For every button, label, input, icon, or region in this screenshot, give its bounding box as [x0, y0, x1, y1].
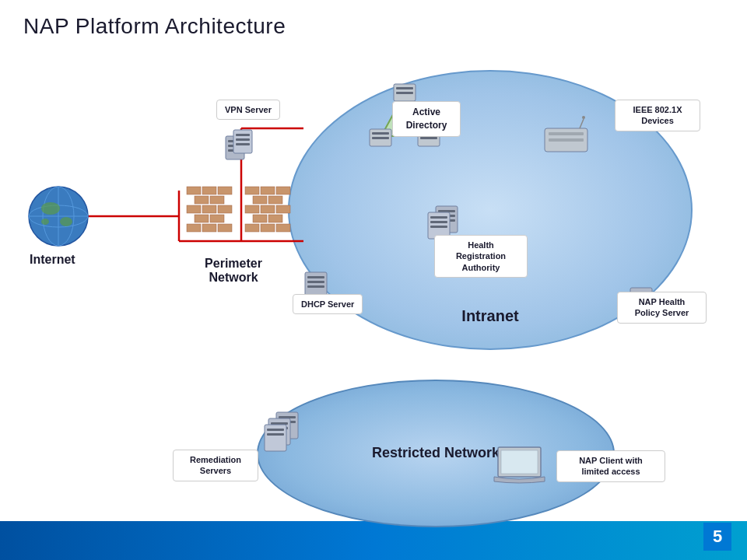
perimeter-network-label: Perimeter Network [179, 257, 288, 285]
svg-rect-21 [276, 187, 290, 194]
svg-rect-29 [245, 224, 259, 232]
svg-rect-43 [228, 149, 242, 152]
page-title: NAP Platform Architecture [0, 0, 747, 53]
svg-rect-23 [268, 196, 282, 204]
svg-rect-8 [218, 187, 232, 194]
svg-rect-18 [218, 224, 232, 232]
svg-rect-9 [195, 196, 209, 204]
svg-rect-31 [276, 224, 290, 232]
svg-rect-7 [202, 187, 216, 194]
svg-point-38 [60, 217, 72, 226]
restricted-network-label: Restricted Network [372, 444, 500, 462]
internet-label: Internet [30, 253, 75, 267]
svg-rect-28 [268, 215, 282, 222]
svg-marker-5 [74, 211, 84, 222]
svg-rect-22 [253, 196, 267, 204]
dhcp-server-label: DHCP Server [293, 294, 363, 314]
svg-point-32 [29, 187, 88, 246]
svg-rect-27 [253, 215, 267, 222]
svg-rect-24 [245, 205, 259, 213]
svg-rect-10 [210, 196, 224, 204]
svg-rect-20 [261, 187, 275, 194]
svg-point-37 [41, 202, 60, 215]
vpn-server-label: VPN Server [216, 100, 280, 120]
remediation-servers-label: Remediation Servers [173, 450, 258, 481]
svg-point-33 [43, 187, 74, 246]
svg-rect-47 [236, 143, 250, 145]
ieee-devices-label: IEEE 802.1X Devices [615, 100, 700, 131]
svg-rect-15 [210, 215, 224, 222]
svg-rect-44 [233, 130, 252, 153]
svg-rect-12 [202, 205, 216, 213]
svg-rect-19 [245, 187, 259, 194]
svg-point-39 [41, 219, 49, 225]
active-directory-label: Active Directory [392, 101, 461, 137]
svg-rect-25 [261, 205, 275, 213]
svg-rect-16 [187, 224, 201, 232]
svg-rect-17 [202, 224, 216, 232]
slide-number: 5 [703, 523, 731, 551]
svg-rect-30 [261, 224, 275, 232]
svg-rect-13 [218, 205, 232, 213]
nap-health-policy-label: NAP Health Policy Server [617, 292, 707, 324]
svg-rect-6 [187, 187, 201, 194]
svg-rect-11 [187, 205, 201, 213]
bottom-bar: 5 [0, 521, 747, 560]
svg-rect-45 [236, 134, 250, 136]
nap-client-label: NAP Client with limited access [556, 450, 665, 482]
health-registration-label: Health Registration Authority [434, 235, 528, 278]
svg-rect-46 [236, 138, 250, 141]
svg-point-34 [29, 205, 88, 227]
svg-rect-42 [228, 145, 242, 147]
svg-rect-41 [228, 140, 242, 142]
svg-rect-40 [226, 136, 244, 159]
svg-rect-14 [195, 215, 209, 222]
intranet-label: Intranet [461, 307, 518, 325]
